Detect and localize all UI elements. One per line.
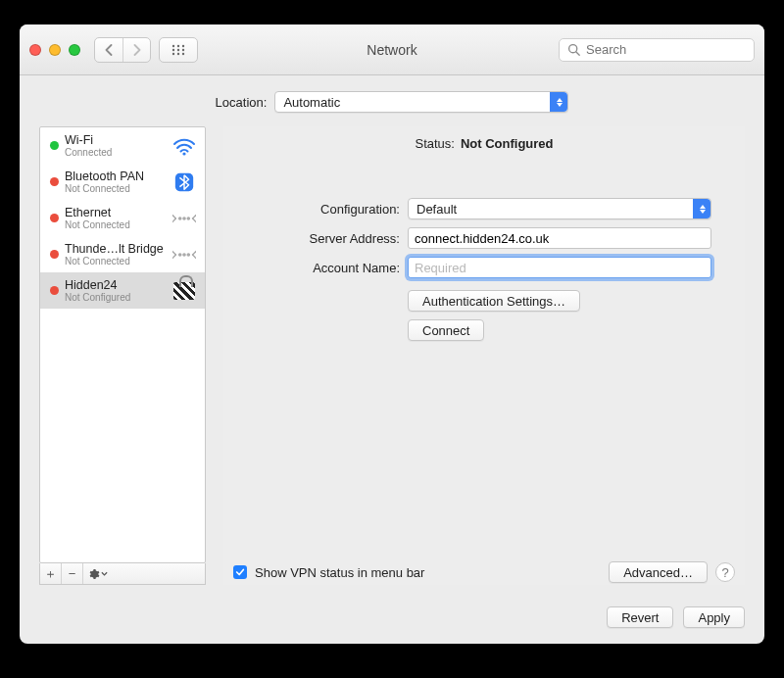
list-footer: ＋ −: [39, 563, 206, 585]
svg-point-2: [182, 44, 184, 46]
status-label: Status:: [415, 136, 454, 151]
status-dot: [50, 286, 59, 295]
location-label: Location:: [216, 95, 268, 110]
account-name-input[interactable]: [408, 257, 711, 278]
svg-point-16: [179, 253, 181, 255]
svg-point-0: [172, 44, 174, 46]
service-item[interactable]: EthernetNot Connected: [40, 200, 205, 236]
service-name: Bluetooth PAN: [65, 170, 166, 183]
show-vpn-status-label: Show VPN status in menu bar: [255, 565, 424, 580]
service-text: Hidden24Not Configured: [65, 278, 166, 303]
search-icon: [567, 43, 580, 56]
svg-point-4: [177, 48, 179, 50]
authentication-settings-button[interactable]: Authentication Settings…: [408, 290, 580, 312]
service-item[interactable]: Thunde…lt BridgeNot Connected: [40, 236, 205, 272]
show-all-button[interactable]: [159, 37, 198, 63]
close-window-button[interactable]: [29, 44, 41, 56]
ethernet-icon: [172, 208, 197, 229]
account-name-label: Account Name:: [233, 261, 400, 275]
status-dot: [50, 177, 59, 186]
apply-button[interactable]: Apply: [683, 606, 745, 628]
svg-line-10: [576, 52, 579, 55]
status-dot: [50, 141, 59, 150]
search-input[interactable]: [584, 41, 753, 58]
minimize-window-button[interactable]: [49, 44, 61, 56]
ethernet-icon: [172, 244, 197, 266]
service-name: Thunde…lt Bridge: [65, 242, 166, 256]
svg-point-14: [183, 217, 185, 218]
location-value: Automatic: [275, 95, 348, 110]
chevron-up-down-icon: [550, 92, 567, 112]
server-address-label: Server Address:: [233, 231, 400, 246]
nav-back-forward: [94, 37, 151, 63]
service-substatus: Not Configured: [65, 292, 166, 303]
sidebar: Wi-FiConnectedBluetooth PANNot Connected…: [39, 126, 206, 585]
wifi-icon: [172, 135, 197, 157]
svg-point-17: [183, 253, 185, 255]
zoom-window-button[interactable]: [69, 44, 80, 56]
svg-point-3: [172, 48, 174, 50]
svg-point-13: [179, 217, 181, 218]
status-value: Not Configured: [461, 136, 554, 151]
details-panel: Status: Not Configured Configuration: De…: [223, 126, 745, 585]
gear-icon: [88, 568, 100, 580]
forward-button[interactable]: [122, 38, 150, 62]
service-text: EthernetNot Connected: [65, 206, 166, 230]
service-item[interactable]: Hidden24Not Configured: [40, 272, 205, 309]
advanced-button[interactable]: Advanced…: [609, 561, 708, 583]
service-text: Thunde…lt BridgeNot Connected: [65, 242, 166, 266]
bottom-row: Revert Apply: [20, 597, 764, 644]
configuration-label: Configuration:: [233, 202, 400, 217]
service-actions-button[interactable]: [83, 563, 113, 584]
chevron-down-icon: [101, 571, 108, 577]
toolbar: Network: [20, 24, 764, 75]
svg-point-6: [172, 52, 174, 54]
status-dot: [50, 214, 59, 222]
service-name: Wi-Fi: [65, 133, 166, 147]
panel-footer: Show VPN status in menu bar Advanced… ?: [233, 561, 735, 583]
window-controls: [29, 44, 80, 56]
service-item[interactable]: Bluetooth PANNot Connected: [40, 164, 205, 200]
lock-icon: [173, 282, 195, 300]
svg-point-1: [177, 44, 179, 46]
location-popup[interactable]: Automatic: [274, 91, 568, 113]
svg-point-7: [177, 52, 179, 54]
service-text: Bluetooth PANNot Connected: [65, 170, 166, 194]
configuration-value: Default: [409, 202, 465, 217]
back-button[interactable]: [95, 38, 122, 62]
main-area: Wi-FiConnectedBluetooth PANNot Connected…: [20, 121, 764, 597]
svg-point-5: [182, 48, 184, 50]
connect-button[interactable]: Connect: [408, 319, 484, 341]
service-substatus: Connected: [65, 147, 166, 158]
service-substatus: Not Connected: [65, 219, 166, 230]
status-row: Status: Not Configured: [233, 136, 735, 151]
svg-point-15: [187, 217, 189, 218]
location-row: Location: Automatic: [20, 75, 764, 121]
status-dot: [50, 250, 59, 259]
remove-service-button[interactable]: −: [62, 563, 83, 584]
configuration-popup[interactable]: Default: [408, 198, 711, 219]
svg-point-8: [182, 52, 184, 54]
chevron-up-down-icon: [693, 199, 710, 218]
service-substatus: Not Connected: [65, 183, 166, 194]
service-item[interactable]: Wi-FiConnected: [40, 127, 205, 164]
server-address-input[interactable]: [408, 227, 711, 249]
search-field[interactable]: [559, 38, 755, 62]
service-substatus: Not Connected: [65, 256, 166, 266]
revert-button[interactable]: Revert: [607, 606, 673, 628]
vpn-icon: [172, 280, 197, 302]
svg-point-18: [187, 253, 189, 255]
help-button[interactable]: ?: [715, 562, 735, 582]
add-service-button[interactable]: ＋: [40, 563, 62, 584]
preferences-window: Network Location: Automatic Wi-FiConnect…: [20, 24, 764, 644]
service-text: Wi-FiConnected: [65, 133, 166, 158]
service-name: Hidden24: [65, 278, 166, 292]
svg-point-11: [182, 152, 185, 155]
show-vpn-status-checkbox[interactable]: [233, 565, 247, 579]
service-list[interactable]: Wi-FiConnectedBluetooth PANNot Connected…: [39, 126, 206, 563]
bluetooth-icon: [172, 171, 197, 193]
vpn-form: Configuration: Default Server Address: A…: [233, 198, 735, 341]
service-name: Ethernet: [65, 206, 166, 219]
